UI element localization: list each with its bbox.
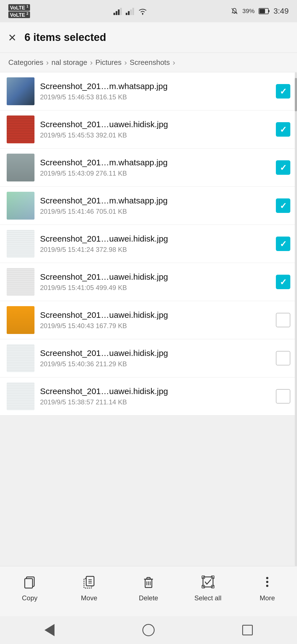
signal1-icon (113, 7, 122, 15)
file-meta-3: 2019/9/5 15:41:46 705.01 KB (40, 208, 270, 215)
file-meta-2: 2019/9/5 15:43:09 276.11 KB (40, 169, 270, 177)
back-icon (44, 624, 55, 636)
file-thumb-1 (7, 115, 34, 143)
file-item-7[interactable]: Screenshot_201…uawei.hidisk.jpg2019/9/5 … (0, 339, 297, 377)
svg-rect-5 (128, 11, 130, 15)
file-info-3: Screenshot_201…m.whatsapp.jpg2019/9/5 15… (40, 196, 270, 215)
more-icon (260, 575, 274, 591)
breadcrumb-screenshots[interactable]: Screenshots (130, 58, 170, 67)
svg-point-32 (266, 581, 268, 583)
svg-rect-14 (25, 579, 33, 588)
file-checkbox-5[interactable]: ✓ (276, 275, 290, 289)
file-item-1[interactable]: Screenshot_201…uawei.hidisk.jpg2019/9/5 … (0, 110, 297, 149)
delete-icon (141, 575, 156, 591)
file-name-4: Screenshot_201…uawei.hidisk.jpg (40, 234, 270, 244)
recents-button[interactable] (239, 622, 256, 638)
file-item-0[interactable]: Screenshot_201…m.whatsapp.jpg2019/9/5 15… (0, 72, 297, 110)
volte2-badge: VoLTE 2 (8, 11, 30, 18)
select-all-button[interactable]: Select all (178, 572, 238, 605)
select-all-label: Select all (194, 594, 221, 602)
file-meta-8: 2019/9/5 15:38:57 211.14 KB (40, 398, 270, 406)
scrollbar-track[interactable] (295, 72, 297, 566)
file-info-1: Screenshot_201…uawei.hidisk.jpg2019/9/5 … (40, 120, 270, 139)
svg-rect-12 (259, 9, 265, 13)
delete-button[interactable]: Delete (119, 572, 178, 605)
wifi-icon (138, 7, 147, 15)
more-label: More (260, 594, 275, 602)
file-info-4: Screenshot_201…uawei.hidisk.jpg2019/9/5 … (40, 234, 270, 254)
breadcrumb-sep-1: › (46, 58, 49, 67)
close-button[interactable]: × (8, 31, 16, 44)
back-button[interactable] (41, 622, 58, 638)
time-text: 3:49 (274, 7, 289, 16)
file-name-3: Screenshot_201…m.whatsapp.jpg (40, 196, 270, 205)
breadcrumb-categories[interactable]: Categories (8, 58, 43, 67)
file-item-2[interactable]: Screenshot_201…m.whatsapp.jpg2019/9/5 15… (0, 149, 297, 187)
file-name-8: Screenshot_201…uawei.hidisk.jpg (40, 387, 270, 396)
file-name-6: Screenshot_201…uawei.hidisk.jpg (40, 310, 270, 320)
breadcrumb-pictures[interactable]: Pictures (95, 58, 122, 67)
signal-icons (113, 7, 147, 15)
file-thumb-8 (7, 382, 34, 410)
bottom-toolbar: Copy Move Delete (0, 566, 297, 616)
file-thumb-5 (7, 268, 34, 296)
more-button[interactable]: More (237, 572, 297, 605)
svg-rect-22 (147, 577, 150, 579)
file-item-6[interactable]: Screenshot_201…uawei.hidisk.jpg2019/9/5 … (0, 301, 297, 339)
file-checkbox-3[interactable]: ✓ (276, 198, 290, 213)
file-checkbox-0[interactable]: ✓ (276, 84, 290, 99)
svg-rect-1 (116, 11, 117, 15)
file-name-1: Screenshot_201…uawei.hidisk.jpg (40, 120, 270, 129)
file-thumb-6 (7, 306, 34, 334)
file-info-5: Screenshot_201…uawei.hidisk.jpg2019/9/5 … (40, 272, 270, 292)
file-info-7: Screenshot_201…uawei.hidisk.jpg2019/9/5 … (40, 348, 270, 368)
file-thumb-3 (7, 192, 34, 220)
volte1-badge: VoLTE 1 (8, 4, 30, 11)
signal2-icon (126, 7, 135, 15)
file-info-0: Screenshot_201…m.whatsapp.jpg2019/9/5 15… (40, 82, 270, 101)
selection-count: 6 items selected (24, 31, 106, 43)
move-button[interactable]: Move (60, 572, 119, 605)
file-meta-7: 2019/9/5 15:40:36 211.29 KB (40, 360, 270, 368)
file-item-8[interactable]: Screenshot_201…uawei.hidisk.jpg2019/9/5 … (0, 377, 297, 416)
svg-point-33 (266, 585, 268, 587)
file-meta-1: 2019/9/5 15:45:53 392.01 KB (40, 131, 270, 139)
file-checkbox-1[interactable]: ✓ (276, 122, 290, 137)
file-info-8: Screenshot_201…uawei.hidisk.jpg2019/9/5 … (40, 387, 270, 406)
file-checkbox-7[interactable] (276, 351, 290, 365)
file-meta-6: 2019/9/5 15:40:43 167.79 KB (40, 322, 270, 330)
file-meta-4: 2019/9/5 15:41:24 372.98 KB (40, 246, 270, 254)
file-list: Screenshot_201…m.whatsapp.jpg2019/9/5 15… (0, 72, 297, 416)
move-icon (82, 575, 96, 591)
file-item-4[interactable]: Screenshot_201…uawei.hidisk.jpg2019/9/5 … (0, 225, 297, 263)
file-checkbox-8[interactable] (276, 389, 290, 404)
checkmark-4: ✓ (280, 239, 287, 249)
file-checkbox-4[interactable]: ✓ (276, 237, 290, 251)
checkmark-1: ✓ (280, 125, 287, 134)
nav-bar (0, 616, 297, 644)
breadcrumb-sep-2: › (90, 58, 93, 67)
file-item-5[interactable]: Screenshot_201…uawei.hidisk.jpg2019/9/5 … (0, 263, 297, 301)
status-bar: VoLTE 1 VoLTE 2 (0, 0, 297, 22)
svg-point-8 (142, 13, 143, 14)
file-checkbox-2[interactable]: ✓ (276, 160, 290, 175)
home-button[interactable] (140, 622, 157, 638)
notification-off-icon (231, 7, 238, 15)
checkmark-2: ✓ (280, 163, 287, 173)
file-meta-0: 2019/9/5 15:46:53 816.15 KB (40, 93, 270, 101)
file-item-3[interactable]: Screenshot_201…m.whatsapp.jpg2019/9/5 15… (0, 187, 297, 225)
copy-button[interactable]: Copy (0, 572, 60, 605)
breadcrumb-storage[interactable]: nal storage (51, 58, 87, 67)
file-list-wrapper: Screenshot_201…m.whatsapp.jpg2019/9/5 15… (0, 72, 297, 566)
battery-icon (259, 8, 270, 14)
breadcrumb: Categories › nal storage › Pictures › Sc… (0, 53, 297, 72)
file-name-2: Screenshot_201…m.whatsapp.jpg (40, 158, 270, 167)
home-icon (142, 624, 155, 636)
scrollbar-thumb[interactable] (295, 78, 297, 111)
checkmark-5: ✓ (280, 277, 287, 287)
file-checkbox-6[interactable] (276, 313, 290, 327)
file-name-7: Screenshot_201…uawei.hidisk.jpg (40, 348, 270, 358)
svg-rect-2 (118, 9, 120, 15)
file-meta-5: 2019/9/5 15:41:05 499.49 KB (40, 284, 270, 292)
svg-rect-6 (130, 9, 132, 15)
